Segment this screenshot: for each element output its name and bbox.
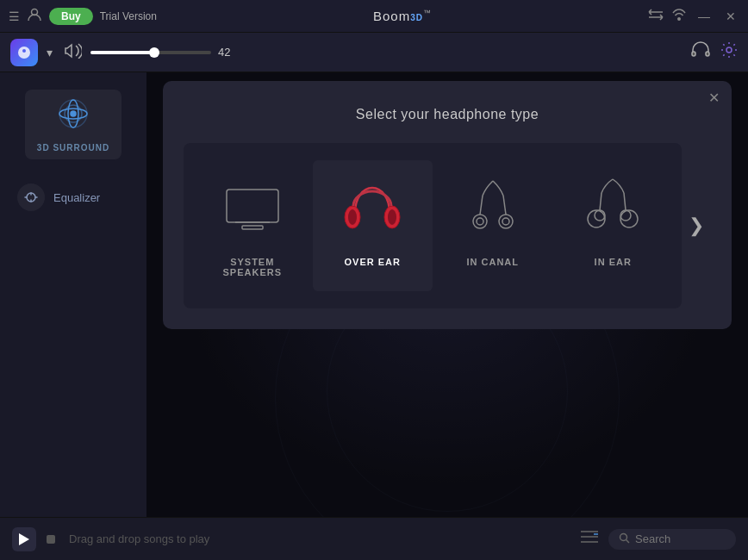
option-in-canal[interactable]: IN CANAL bbox=[433, 160, 553, 291]
svg-rect-3 bbox=[706, 52, 709, 56]
option-in-ear[interactable]: IN EAR bbox=[553, 160, 674, 291]
title-bar: ☰ Buy Trial Version Boom3D™ — ✕ bbox=[0, 0, 748, 33]
svg-line-26 bbox=[600, 193, 602, 210]
svg-point-18 bbox=[473, 215, 487, 228]
close-button[interactable]: ✕ bbox=[722, 9, 739, 23]
svg-point-1 bbox=[678, 18, 680, 20]
sidebar: 3D SURROUND Equalizer bbox=[0, 72, 146, 517]
headphone-type-modal: ✕ Select your headphone type bbox=[163, 81, 732, 329]
title-bar-left: ☰ Buy Trial Version bbox=[9, 7, 157, 26]
svg-point-9 bbox=[71, 111, 76, 116]
wifi-icon[interactable] bbox=[672, 9, 686, 23]
svg-point-35 bbox=[620, 533, 627, 540]
in-canal-icon bbox=[467, 174, 519, 243]
svg-rect-2 bbox=[692, 52, 695, 56]
over-ear-icon bbox=[338, 174, 407, 243]
svg-point-22 bbox=[502, 218, 509, 225]
option-over-ear[interactable]: OVER EAR bbox=[313, 160, 433, 291]
system-speakers-label: SYSTEM SPEAKERS bbox=[201, 257, 304, 277]
search-icon bbox=[619, 532, 630, 546]
in-canal-label: IN CANAL bbox=[466, 257, 519, 267]
option-system-speakers[interactable]: SYSTEM SPEAKERS bbox=[192, 160, 313, 291]
main-area: 3D SURROUND Equalizer My Windows PC This… bbox=[0, 72, 748, 517]
svg-point-16 bbox=[348, 209, 357, 225]
modal-overlay: ✕ Select your headphone type bbox=[146, 72, 748, 517]
in-ear-label: IN EAR bbox=[595, 257, 632, 267]
title-bar-right: — ✕ bbox=[648, 9, 739, 23]
svg-line-36 bbox=[626, 539, 630, 543]
next-arrow-button[interactable]: ❯ bbox=[682, 215, 711, 237]
content-area: My Windows PC This equalizer presethas b… bbox=[146, 72, 748, 517]
equalizer-icon bbox=[17, 184, 45, 211]
headphone-options-grid: SYSTEM SPEAKERS bbox=[184, 143, 682, 308]
buy-button[interactable]: Buy bbox=[49, 8, 93, 25]
toolbar: ▾ 42 bbox=[0, 33, 748, 72]
svg-marker-30 bbox=[19, 533, 29, 545]
user-icon[interactable] bbox=[27, 7, 42, 26]
svg-line-29 bbox=[624, 193, 626, 210]
svg-rect-13 bbox=[242, 226, 263, 229]
svg-line-23 bbox=[503, 196, 506, 215]
modal-title: Select your headphone type bbox=[184, 107, 711, 122]
svg-line-20 bbox=[480, 196, 483, 215]
minimize-button[interactable]: — bbox=[695, 9, 714, 23]
volume-control[interactable]: 42 bbox=[90, 46, 683, 59]
volume-value: 42 bbox=[218, 46, 239, 59]
toolbar-right bbox=[691, 41, 738, 63]
app-logo bbox=[10, 39, 38, 66]
search-box[interactable]: Search bbox=[608, 529, 736, 550]
trial-version-label: Trial Version bbox=[100, 10, 157, 22]
svg-point-21 bbox=[499, 215, 513, 228]
headphone-icon[interactable] bbox=[691, 41, 710, 63]
play-button[interactable] bbox=[12, 527, 36, 551]
music-list-icon[interactable] bbox=[581, 530, 598, 548]
svg-point-19 bbox=[477, 218, 483, 225]
bottom-bar: Drag and drop songs to play Search bbox=[0, 517, 748, 560]
drag-drop-hint: Drag and drop songs to play bbox=[69, 532, 570, 545]
dropdown-arrow-icon[interactable]: ▾ bbox=[47, 46, 53, 59]
system-speakers-icon bbox=[218, 174, 287, 243]
svg-point-28 bbox=[620, 210, 631, 221]
over-ear-label: OVER EAR bbox=[345, 257, 401, 267]
speaker-icon[interactable] bbox=[65, 43, 82, 62]
hamburger-icon[interactable]: ☰ bbox=[9, 9, 20, 23]
search-placeholder[interactable]: Search bbox=[635, 532, 670, 545]
3d-surround-icon bbox=[56, 96, 90, 138]
volume-slider[interactable] bbox=[90, 51, 211, 54]
app-title: Boom3D™ bbox=[165, 9, 639, 23]
modal-close-button[interactable]: ✕ bbox=[708, 90, 720, 106]
sidebar-item-equalizer[interactable]: Equalizer bbox=[0, 177, 146, 218]
connect-icon[interactable] bbox=[648, 9, 664, 23]
svg-rect-11 bbox=[227, 190, 278, 222]
svg-point-25 bbox=[595, 210, 605, 221]
3d-surround-label: 3D SURROUND bbox=[37, 143, 109, 152]
equalizer-label: Equalizer bbox=[53, 191, 100, 204]
svg-point-17 bbox=[388, 209, 396, 225]
svg-point-4 bbox=[726, 47, 732, 53]
settings-icon[interactable] bbox=[720, 41, 738, 63]
sidebar-item-3d-surround[interactable]: 3D SURROUND bbox=[25, 90, 122, 159]
mini-album-art bbox=[47, 535, 55, 544]
in-ear-icon bbox=[583, 174, 643, 243]
